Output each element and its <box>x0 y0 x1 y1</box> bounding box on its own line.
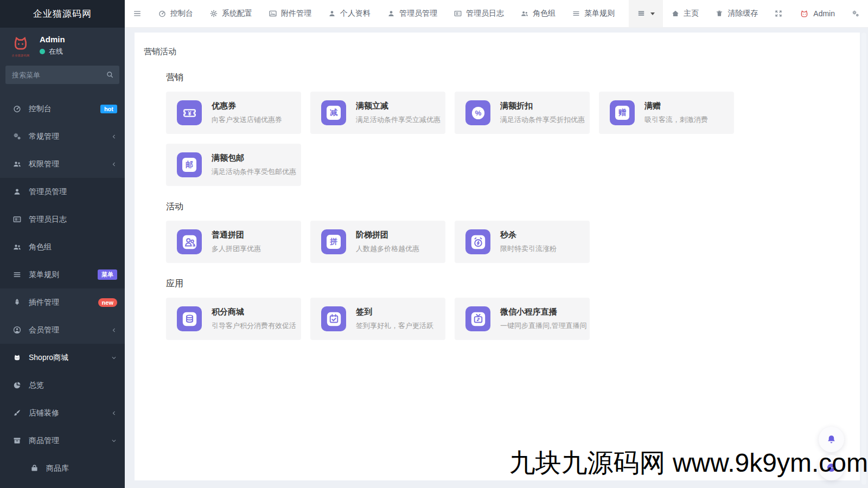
card-wechat-live[interactable]: 微信小程序直播一键同步直播间,管理直播间 <box>455 298 590 340</box>
card-desc: 签到享好礼，客户更活跃 <box>356 321 433 331</box>
card-title: 普通拼团 <box>212 230 261 240</box>
cogs-icon <box>851 9 860 18</box>
nav-toggle-sidebar[interactable] <box>125 0 150 27</box>
card-full-gift[interactable]: 赠满赠吸引客流，刺激消费 <box>599 92 734 134</box>
card-title: 阶梯拼团 <box>356 230 419 240</box>
sidebar-item-auth[interactable]: 权限管理 <box>0 150 125 178</box>
sidebar-item-label: 总览 <box>29 381 117 390</box>
card-coupon-icon: ¥ <box>177 100 202 125</box>
nav-label: 主页 <box>684 9 699 18</box>
nav-admin-user[interactable]: Admin <box>791 0 843 27</box>
card-coupon[interactable]: ¥优惠券向客户发送店铺优惠券 <box>166 92 301 134</box>
users-icon <box>12 159 22 169</box>
scrollbar[interactable] <box>861 33 866 485</box>
nav-admin-log[interactable]: 管理员日志 <box>445 0 512 27</box>
sidebar-item-admin-manage[interactable]: 管理员管理 <box>0 178 125 206</box>
char-glyph-icon: 赠 <box>615 106 629 120</box>
sidebar-filler <box>0 482 125 488</box>
nav-label: 管理员日志 <box>466 9 504 18</box>
card-desc: 人数越多价格越优惠 <box>356 244 419 254</box>
bars-icon <box>12 270 22 279</box>
card-title: 优惠券 <box>212 101 282 111</box>
nav-dashboard[interactable]: 控制台 <box>150 0 201 27</box>
watermark-text: 九块九源码网 www.9k9ym.com <box>509 446 868 480</box>
user-panel: 企业猫源码网 Admin 在线 <box>0 28 125 61</box>
nav-more-tabs-dropdown[interactable] <box>629 0 663 27</box>
sidebar-item-dashboard[interactable]: 控制台hot <box>0 95 125 123</box>
card-text: 满额包邮满足活动条件享受包邮优惠 <box>212 153 296 177</box>
search-icon[interactable] <box>105 70 114 79</box>
sidebar-item-member[interactable]: 会员管理 <box>0 316 125 344</box>
card-signin[interactable]: 签到签到享好礼，客户更活跃 <box>310 298 445 340</box>
card-ladder-groupon-icon: 拼 <box>321 229 346 254</box>
card-full-discount-icon: % <box>465 100 490 125</box>
sidebar-item-goods-manage[interactable]: 商品管理 <box>0 427 125 454</box>
nav-admin-manage[interactable]: 管理员管理 <box>379 0 445 27</box>
usercircle-icon <box>12 325 22 335</box>
nav-clear-cache[interactable]: 清除缓存 <box>707 0 766 27</box>
nav-menu-rule[interactable]: 菜单规则 <box>564 0 623 27</box>
bag-icon <box>29 464 39 473</box>
sidebar-item-label: 角色组 <box>29 242 117 252</box>
sidebar-item-admin-log[interactable]: 管理员日志 <box>0 206 125 233</box>
card-desc: 多人拼团享优惠 <box>212 244 261 254</box>
sidebar: 企业猫源码网 企业猫源码网 Admin 在线 控制台hot常规管理权限管理管理员… <box>0 0 125 488</box>
card-seckill[interactable]: 秒杀限时特卖引流涨粉 <box>455 221 590 263</box>
sidebar-item-label: Shopro商城 <box>29 353 106 363</box>
sidebar-item-decorate[interactable]: 店铺装修 <box>0 399 125 427</box>
card-full-reduce[interactable]: 减满额立减满足活动条件享受立减优惠 <box>310 92 445 134</box>
card-title: 满额立减 <box>356 101 441 111</box>
sidebar-item-general[interactable]: 常规管理 <box>0 123 125 150</box>
card-full-discount[interactable]: %满额折扣满足活动条件享受折扣优惠 <box>455 92 590 134</box>
search-input[interactable] <box>5 66 119 84</box>
section: 活动普通拼团多人拼团享优惠拼阶梯拼团人数越多价格越优惠秒杀限时特卖引流涨粉 <box>166 201 849 263</box>
card-score-shop[interactable]: 积分商城引导客户积分消费有效促活 <box>166 298 301 340</box>
nav-fullscreen[interactable] <box>766 0 791 27</box>
nav-home[interactable]: 主页 <box>663 0 707 27</box>
user-status-label: 在线 <box>49 47 63 56</box>
sidebar-item-label: 管理员日志 <box>29 215 117 224</box>
page-title: 营销活动 <box>144 47 849 57</box>
card-title: 积分商城 <box>212 307 296 317</box>
users-icon <box>12 242 22 252</box>
card-title: 满赠 <box>644 101 708 111</box>
bell-icon <box>826 434 837 445</box>
cogs-icon <box>12 132 22 141</box>
sidebar-item-overview[interactable]: 总览 <box>0 371 125 399</box>
sections: 营销¥优惠券向客户发送店铺优惠券减满额立减满足活动条件享受立减优惠%满额折扣满足… <box>166 72 849 340</box>
nav-sys-config[interactable]: 系统配置 <box>201 0 260 27</box>
archive-icon <box>12 436 22 445</box>
card-groupon-icon <box>177 229 202 254</box>
card-free-shipping[interactable]: 邮满额包邮满足活动条件享受包邮优惠 <box>166 144 301 186</box>
newspaper-icon <box>454 9 462 18</box>
nav-profile[interactable]: 个人资料 <box>320 0 379 27</box>
user-name: Admin <box>40 35 65 44</box>
avatar-caption: 企业猫源码网 <box>12 54 30 57</box>
nav-settings[interactable] <box>843 0 868 27</box>
cat-logo-icon <box>11 34 30 53</box>
card-full-reduce-icon: 减 <box>321 100 346 125</box>
card-grid: ¥优惠券向客户发送店铺优惠券减满额立减满足活动条件享受立减优惠%满额折扣满足活动… <box>166 92 736 186</box>
sidebar-item-label: 商品库 <box>46 464 117 473</box>
sidebar-item-role-group[interactable]: 角色组 <box>0 233 125 261</box>
sidebar-item-label: 权限管理 <box>29 159 106 169</box>
topbar-right: 主页清除缓存Admin <box>629 0 868 27</box>
chevron-left-icon <box>111 161 117 168</box>
nav-label: 清除缓存 <box>727 9 758 18</box>
content-panel: 营销活动 营销¥优惠券向客户发送店铺优惠券减满额立减满足活动条件享受立减优惠%满… <box>135 33 860 480</box>
sidebar-item-label: 控制台 <box>29 104 96 114</box>
card-groupon[interactable]: 普通拼团多人拼团享优惠 <box>166 221 301 263</box>
nav-label: 控制台 <box>170 9 193 18</box>
sidebar-item-shopro[interactable]: Shopro商城 <box>0 344 125 371</box>
card-text: 普通拼团多人拼团享优惠 <box>212 230 261 254</box>
nav-role-group[interactable]: 角色组 <box>512 0 564 27</box>
section-label: 应用 <box>166 278 849 290</box>
section: 营销¥优惠券向客户发送店铺优惠券减满额立减满足活动条件享受立减优惠%满额折扣满足… <box>166 72 849 186</box>
nav-attachment[interactable]: 附件管理 <box>260 0 320 27</box>
sidebar-item-menu-rule[interactable]: 菜单规则菜单 <box>0 261 125 288</box>
card-ladder-groupon[interactable]: 拼阶梯拼团人数越多价格越优惠 <box>310 221 445 263</box>
sidebar-item-goods-library[interactable]: 商品库 <box>0 454 125 482</box>
nav-label: Admin <box>813 9 835 18</box>
sidebar-item-addon[interactable]: 插件管理new <box>0 288 125 316</box>
svg-text:%: % <box>475 109 481 117</box>
